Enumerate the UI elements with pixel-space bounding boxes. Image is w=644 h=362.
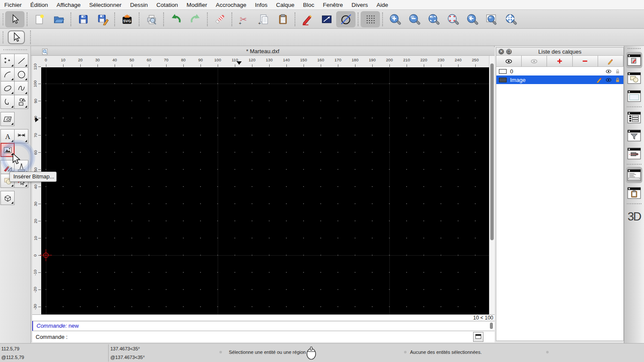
zoom-out-button[interactable] — [404, 11, 424, 27]
layers-panel-title: Liste des calques — [512, 48, 608, 55]
zoom-in-button[interactable] — [385, 11, 404, 27]
menu-selectionner[interactable]: Sélectionner — [85, 0, 126, 10]
polyline-tool[interactable] — [0, 95, 15, 109]
dock-drag-handle — [628, 48, 641, 50]
add-layer-button[interactable] — [547, 56, 572, 66]
layer-row-0[interactable]: 0 — [496, 67, 623, 75]
toolbar-drag-handle — [3, 13, 3, 25]
toolbar-separator — [295, 12, 295, 26]
grid-status: 10 < 100 — [32, 314, 495, 321]
menu-divers[interactable]: Divers — [347, 0, 372, 10]
view-3d-tool[interactable] — [0, 191, 15, 205]
menu-dessin[interactable]: Dessin — [126, 0, 152, 10]
command-input[interactable] — [70, 332, 473, 341]
layer-visibility-icon[interactable] — [605, 68, 612, 75]
drawing-canvas[interactable] — [41, 67, 489, 314]
dimension-tool[interactable] — [14, 129, 28, 143]
print-preview-button[interactable] — [142, 11, 161, 27]
selection-arrow-button[interactable] — [8, 30, 25, 44]
status-dot — [219, 351, 222, 353]
polar-coordinates: 137.4673<35° — [110, 346, 140, 351]
export-svg-button[interactable]: SVG — [117, 11, 137, 27]
menu-bloc[interactable]: Bloc — [299, 0, 319, 10]
command-prompt-label: Commande : — [32, 334, 70, 340]
polygon-tool[interactable] — [14, 95, 28, 109]
menu-modifier[interactable]: Modifier — [182, 0, 211, 10]
menu-fenetre[interactable]: Fenêtre — [319, 0, 347, 10]
layers-toolbar — [496, 56, 623, 67]
ellipse-tool[interactable] — [0, 81, 15, 95]
clipboard-panel-button[interactable] — [626, 185, 642, 201]
selection-filter-panel-button[interactable] — [626, 127, 642, 144]
menu-affichage[interactable]: Affichage — [52, 0, 85, 10]
scrollbar-thumb[interactable] — [490, 63, 494, 240]
layer-lock-icon[interactable] — [614, 77, 621, 83]
history-scrollbar-thumb[interactable] — [490, 323, 493, 329]
paste-button[interactable] — [273, 11, 292, 27]
circle-tool[interactable] — [14, 67, 28, 81]
layers-list: 0Image — [496, 67, 623, 84]
menu-aide[interactable]: Aide — [372, 0, 392, 10]
open-drawing-button[interactable] — [49, 11, 68, 27]
layer-row-image[interactable]: Image — [496, 75, 623, 84]
draft-mode-button[interactable] — [336, 11, 355, 27]
block-list-panel-button[interactable] — [626, 70, 642, 86]
dock-3d-label[interactable]: 3D — [624, 210, 644, 223]
grid-toggle-button[interactable] — [361, 11, 380, 27]
points-tool[interactable] — [0, 54, 15, 68]
remove-layer-button[interactable] — [573, 56, 598, 66]
menu-infos[interactable]: Infos — [251, 0, 272, 10]
save-button[interactable] — [73, 11, 93, 27]
vertical-ruler: 1101009080706050403020100-10-20-30 — [32, 56, 41, 314]
image-tool[interactable] — [0, 143, 15, 157]
float-panel-icon[interactable]: ❐ — [506, 49, 512, 54]
cut-button[interactable]: ✂+ — [234, 11, 254, 27]
toolbar-separator — [114, 12, 115, 26]
line-attributes-button[interactable] — [317, 11, 336, 27]
layer-list-panel-button[interactable] — [626, 52, 642, 68]
toolbar-separator — [382, 12, 383, 26]
h-ruler-label: 120 — [246, 57, 258, 62]
entity-list-panel-button[interactable] — [626, 109, 642, 126]
layer-edit-icon[interactable] — [596, 76, 603, 83]
command-history-label: Commande: — [36, 323, 67, 329]
line-tool[interactable] — [14, 54, 28, 68]
toolbar-separator — [207, 12, 208, 26]
layer-visibility-icon[interactable] — [605, 77, 612, 83]
menu-accrochage[interactable]: Accrochage — [211, 0, 250, 10]
zoom-window-button[interactable] — [482, 11, 501, 27]
zoom-selection-button[interactable] — [443, 11, 462, 27]
canvas-vertical-scrollbar[interactable] — [489, 56, 495, 314]
tool-options-panel-button[interactable] — [626, 145, 642, 162]
select-tool-button[interactable] — [5, 11, 24, 27]
redo-button[interactable] — [185, 11, 205, 27]
spline-tool[interactable] — [14, 81, 28, 95]
menu-calque[interactable]: Calque — [272, 0, 299, 10]
pan-button[interactable] — [501, 11, 520, 27]
command-dock-button[interactable] — [473, 332, 483, 342]
show-all-layers-button[interactable] — [496, 56, 522, 66]
close-panel-icon[interactable]: ✕ — [498, 49, 504, 54]
menu-cotation[interactable]: Cotation — [152, 0, 182, 10]
arc-tool[interactable] — [0, 67, 15, 81]
delete-button[interactable] — [210, 11, 229, 27]
document-titlebar: * Marteau.dxf — [31, 47, 495, 56]
undo-button[interactable] — [166, 11, 185, 27]
absolute-coordinates: 112.5,79 — [1, 346, 19, 351]
pen-button[interactable] — [298, 11, 317, 27]
hatch-tool[interactable] — [0, 112, 15, 126]
zoom-previous-button[interactable] — [462, 11, 482, 27]
layer-lock-icon[interactable] — [614, 68, 621, 75]
copy-button[interactable]: + — [254, 11, 273, 27]
save-as-button[interactable] — [93, 11, 112, 27]
menu-edition[interactable]: Édition — [26, 0, 52, 10]
command-line-panel-button[interactable] — [626, 167, 642, 183]
text-tool[interactable]: A — [0, 129, 15, 143]
zoom-auto-button[interactable] — [424, 11, 443, 27]
library-browser-panel-button[interactable] — [626, 88, 642, 104]
hide-all-layers-button[interactable] — [522, 56, 547, 66]
edit-layer-button[interactable] — [598, 56, 623, 66]
menu-fichier[interactable]: Fichier — [0, 0, 26, 10]
horizontal-ruler: 0102030405060708090100110120130140150160… — [41, 56, 489, 67]
new-drawing-button[interactable] — [30, 11, 49, 27]
